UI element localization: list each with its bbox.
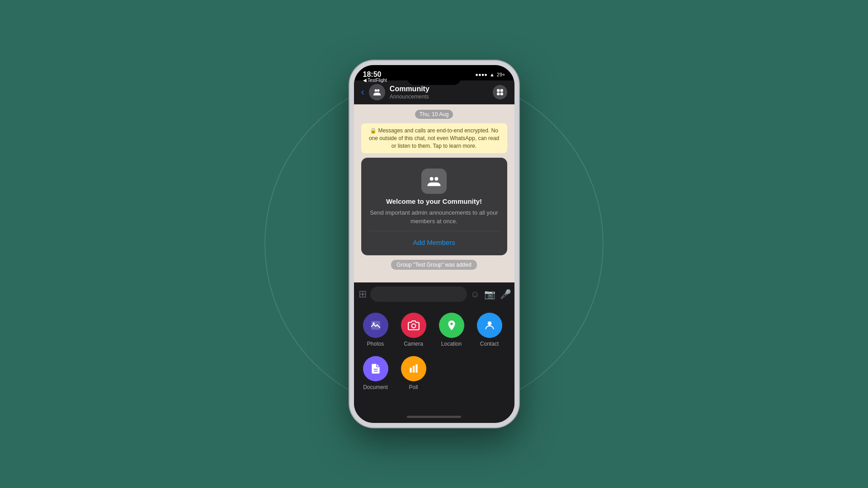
- welcome-card: Welcome to your Community! Send importan…: [361, 158, 507, 255]
- camera-icon-circle: [401, 313, 426, 338]
- svg-point-11: [450, 323, 453, 325]
- phone-frame: 18:50 ◀ TestFlight ●●●● ▲ 29+ ‹ Communit…: [349, 61, 519, 427]
- home-bar: [407, 416, 461, 418]
- tray-row-1: Photos Camera: [363, 313, 505, 347]
- contact-icon-circle: [477, 313, 502, 338]
- message-input[interactable]: [370, 286, 467, 302]
- group-info-button[interactable]: [493, 85, 507, 99]
- contact-icon: [484, 319, 495, 331]
- add-members-button[interactable]: Add Members: [413, 237, 455, 248]
- location-label: Location: [441, 341, 462, 347]
- wifi-icon: ▲: [490, 72, 495, 77]
- welcome-title: Welcome to your Community!: [386, 197, 482, 205]
- status-carrier: ◀ TestFlight: [363, 78, 387, 83]
- status-icons: ●●●● ▲ 29+: [475, 72, 505, 77]
- svg-point-12: [487, 321, 491, 325]
- svg-rect-17: [415, 364, 417, 372]
- svg-point-10: [411, 324, 415, 328]
- svg-point-1: [377, 89, 380, 92]
- tray-item-document[interactable]: Document: [363, 356, 388, 390]
- community-welcome-icon: [427, 174, 441, 188]
- tray-item-poll[interactable]: Poll: [401, 356, 426, 390]
- svg-rect-16: [412, 366, 414, 373]
- svg-rect-2: [497, 89, 500, 92]
- input-right-icons: ☺ 📷 🎤: [471, 289, 511, 300]
- svg-point-7: [434, 177, 438, 181]
- svg-point-9: [373, 323, 374, 324]
- svg-rect-3: [500, 89, 503, 92]
- date-badge: Thu, 10 Aug: [415, 110, 453, 119]
- tray-item-contact[interactable]: Contact: [477, 313, 502, 347]
- sticker-button[interactable]: ☺: [471, 289, 480, 300]
- voice-button[interactable]: 🎤: [500, 289, 511, 300]
- tray-item-location[interactable]: Location: [439, 313, 464, 347]
- attachment-button[interactable]: ⊞: [359, 288, 367, 300]
- system-message: Group "Test Group" was added: [391, 260, 476, 270]
- document-icon-circle: [363, 356, 388, 381]
- camera-input-button[interactable]: 📷: [484, 289, 495, 300]
- svg-point-6: [430, 177, 434, 181]
- poll-icon: [408, 363, 420, 375]
- chat-subtitle: Announcements: [390, 94, 488, 100]
- location-icon: [446, 319, 458, 331]
- community-icon: [372, 87, 382, 97]
- tray-row-2: Document Poll: [363, 356, 505, 390]
- attachment-tray: Photos Camera: [354, 305, 514, 410]
- battery-icon: 29+: [497, 72, 505, 77]
- svg-rect-5: [500, 93, 503, 95]
- photos-icon: [370, 319, 382, 331]
- home-indicator: [354, 410, 514, 423]
- chat-title: Community: [390, 84, 488, 93]
- welcome-desc: Send important admin announcements to al…: [368, 209, 500, 225]
- location-icon-circle: [439, 313, 464, 338]
- dynamic-island: [407, 70, 461, 85]
- welcome-divider: [368, 231, 500, 231]
- tray-item-photos[interactable]: Photos: [363, 313, 388, 347]
- camera-icon: [408, 319, 420, 331]
- photos-icon-circle: [363, 313, 388, 338]
- group-info-icon: [496, 88, 504, 96]
- chat-area: Thu, 10 Aug 🔒 Messages and calls are end…: [354, 104, 514, 282]
- welcome-icon: [421, 169, 447, 194]
- tray-item-camera[interactable]: Camera: [401, 313, 426, 347]
- encryption-notice[interactable]: 🔒 Messages and calls are end-to-end encr…: [361, 123, 507, 153]
- svg-point-0: [374, 89, 377, 92]
- signal-icon: ●●●●: [475, 72, 487, 77]
- svg-rect-4: [497, 93, 500, 95]
- back-button[interactable]: ‹: [361, 87, 364, 97]
- nav-title-group: Community Announcements: [390, 84, 488, 99]
- input-area: ⊞ ☺ 📷 🎤: [354, 282, 514, 305]
- photos-label: Photos: [367, 341, 384, 347]
- poll-label: Poll: [409, 384, 418, 390]
- contact-label: Contact: [480, 341, 499, 347]
- document-label: Document: [363, 384, 388, 390]
- camera-label: Camera: [404, 341, 423, 347]
- community-avatar: [369, 84, 385, 100]
- document-icon: [370, 363, 382, 375]
- svg-rect-15: [410, 368, 411, 373]
- poll-icon-circle: [401, 356, 426, 381]
